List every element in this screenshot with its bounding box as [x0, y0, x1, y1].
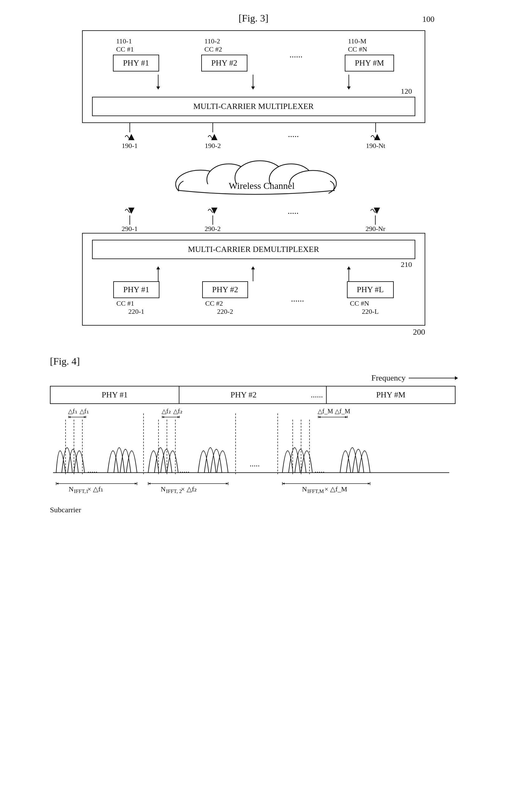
svg-text:N: N	[302, 485, 307, 493]
phy-seg-m: PHY #M	[326, 387, 455, 403]
phy-unit-tx-m: 110-M CC #N PHY #M	[345, 37, 394, 71]
svg-text:.....: .....	[88, 465, 98, 474]
antenna-label-tx-2: 190-2	[205, 142, 221, 150]
cc-label-tx-m: CC #N	[348, 45, 367, 53]
freq-row: Frequency	[50, 373, 455, 383]
id-label-110-2: 110-2	[204, 37, 220, 45]
antenna-line-rx-nr	[375, 215, 376, 225]
cloud-svg: Wireless Channel	[160, 156, 347, 200]
antenna-line-rx-1	[129, 215, 130, 225]
arrow-up-l	[348, 269, 349, 281]
antenna-label-rx-nr: 290-Nr	[366, 225, 386, 233]
rx-antenna-row: 290-1 290-2 ..... 290-Nr	[82, 206, 425, 233]
svg-marker-39	[162, 416, 164, 418]
phy-seg-dots: ......	[307, 387, 326, 403]
svg-text:△f₁: △f₁	[68, 408, 77, 415]
antenna-rx-1: 290-1	[122, 206, 137, 233]
freq-arrow	[409, 378, 455, 378]
phy-segments: PHY #1 PHY #2 ...... PHY #M	[50, 386, 455, 404]
svg-marker-49	[226, 483, 228, 485]
antenna-tx-dots: .....	[288, 123, 299, 139]
svg-text:△f₁: △f₁	[79, 408, 89, 415]
svg-marker-61	[318, 416, 321, 418]
id-label-110-m: 110-M	[348, 37, 366, 45]
svg-marker-0	[128, 134, 134, 140]
antenna-tx-nt: 190-Nt	[366, 123, 385, 150]
phy-unit-rx-l: PHY #L CC #N 220-L	[347, 281, 394, 316]
id-label-220-2: 220-2	[217, 307, 233, 316]
demux-box: MULTI-CARRIER DEMULTIPLEXER	[92, 240, 415, 259]
antenna-line-tx-1	[129, 123, 130, 132]
phy-unit-tx-1: 110-1 CC #1 PHY #1	[113, 37, 159, 71]
svg-text:N: N	[69, 485, 74, 493]
cc-label-tx-1: CC #1	[116, 45, 134, 53]
antenna-line-rx-2	[213, 215, 213, 225]
antenna-rx-symbol-1	[123, 206, 136, 215]
arrow-down-m	[348, 74, 349, 87]
svg-marker-1	[211, 134, 218, 140]
antenna-tx-1: 190-1	[122, 123, 137, 150]
freq-label: Frequency	[371, 373, 406, 383]
arrow-up-1	[158, 269, 159, 281]
svg-text:△f_M: △f_M	[335, 408, 350, 415]
svg-text:× △f_M: × △f_M	[325, 485, 347, 493]
cc-label-rx-1: CC #1	[116, 299, 134, 307]
svg-text:△f_M: △f_M	[318, 408, 333, 415]
label-100: 100	[422, 15, 435, 24]
mux-box: MULTI-CARRIER MULTIPLEXER	[92, 97, 415, 116]
svg-text:.....: .....	[179, 465, 190, 474]
phy-box-tx-2: PHY #2	[201, 55, 247, 71]
antenna-rx-symbol-nr	[369, 206, 382, 215]
antenna-tx-symbol-nt	[370, 132, 382, 142]
rx-phy-dots: ......	[291, 281, 304, 304]
antenna-tx-symbol-2	[207, 132, 219, 142]
phy-row-rx: PHY #1 CC #1 220-1 PHY #2 CC #2 220-2 ..…	[92, 281, 415, 316]
svg-marker-11	[211, 208, 218, 214]
tx-block: 110-1 CC #1 PHY #1 110-2 CC #2 PHY #2 ..…	[82, 30, 425, 123]
antenna-tx-2: 190-2	[205, 123, 221, 150]
antenna-label-tx-1: 190-1	[122, 142, 137, 150]
svg-marker-20	[84, 416, 86, 418]
subcarrier-label: Subcarrier	[50, 506, 455, 514]
svg-text:Wireless Channel: Wireless Channel	[229, 181, 294, 191]
svg-marker-29	[135, 483, 137, 485]
phy-row-tx: 110-1 CC #1 PHY #1 110-2 CC #2 PHY #2 ..…	[92, 37, 415, 71]
arrow-down-2	[253, 74, 253, 87]
phy-seg-1: PHY #1	[50, 387, 179, 403]
arrows-from-demux	[92, 269, 415, 281]
antenna-label-rx-2: 290-2	[205, 225, 221, 233]
wireless-channel-cloud: Wireless Channel	[160, 156, 347, 200]
svg-marker-2	[374, 134, 380, 140]
id-label-220-1: 220-1	[128, 307, 144, 316]
label-200: 200	[82, 327, 425, 337]
antenna-rx-symbol-2	[207, 206, 219, 215]
svg-marker-70	[282, 483, 285, 485]
svg-text:△f₂: △f₂	[173, 408, 182, 415]
id-label-110-1: 110-1	[116, 37, 132, 45]
svg-text:.....: .....	[315, 465, 325, 474]
svg-text:N: N	[161, 485, 166, 493]
arrow-up-2	[253, 269, 253, 281]
fig4: [Fig. 4] Frequency PHY #1 PHY #2 ...... …	[19, 356, 488, 514]
svg-marker-71	[368, 483, 370, 485]
svg-text:.....: .....	[249, 459, 260, 468]
tx-phy-dots: ......	[289, 37, 303, 60]
svg-text:× △f₂: × △f₂	[181, 485, 197, 493]
phy-box-rx-2: PHY #2	[202, 281, 248, 298]
svg-text:△f₂: △f₂	[162, 408, 171, 415]
fig4-label: [Fig. 4]	[50, 356, 80, 367]
svg-marker-48	[148, 483, 150, 485]
fig3-label: [Fig. 3]	[239, 12, 269, 24]
phy-seg-2: PHY #2	[179, 387, 307, 403]
svg-text:IFFT, 2: IFFT, 2	[166, 488, 182, 494]
svg-marker-12	[374, 208, 380, 214]
antenna-line-tx-2	[213, 123, 213, 132]
svg-marker-40	[177, 416, 179, 418]
svg-text:IFFT,M: IFFT,M	[307, 488, 324, 494]
phy-unit-rx-1: PHY #1 CC #1 220-1	[113, 281, 159, 316]
antenna-label-tx-nt: 190-Nt	[366, 142, 385, 150]
cc-label-rx-l: CC #N	[350, 299, 370, 307]
tx-antenna-row: 190-1 190-2 ..... 190-Nt	[82, 123, 425, 150]
svg-marker-28	[56, 483, 58, 485]
svg-text:× △f₁: × △f₁	[88, 485, 103, 493]
